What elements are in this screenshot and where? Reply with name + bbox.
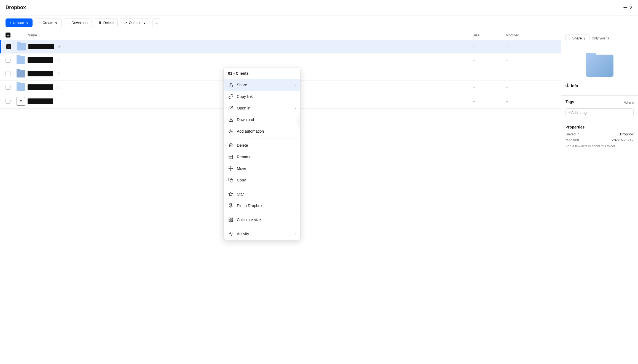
tags-section: Tags Who c	[561, 96, 638, 121]
ctx-label-download: Download	[237, 117, 296, 122]
saved-in-label: Saved in	[565, 132, 580, 136]
create-dropdown-icon: ∨	[55, 21, 58, 25]
file-icon-5: ⚙	[17, 97, 25, 106]
ctx-label-delete: Delete	[237, 143, 296, 148]
sort-icon[interactable]: ↑	[38, 33, 40, 37]
row-checkbox-5[interactable]	[6, 99, 10, 104]
svg-rect-15	[229, 220, 230, 222]
upload-button[interactable]: ↑ Upload ∨	[6, 18, 33, 27]
folder-icon-2	[17, 56, 25, 64]
file-name-cell-1: ★	[28, 44, 473, 49]
modified-label: Modified	[565, 138, 579, 142]
ctx-label-copy: Copy	[237, 178, 296, 182]
share-button[interactable]: ↑ Share ∨	[565, 34, 589, 42]
star-ctx-icon	[228, 191, 234, 197]
create-button[interactable]: + Create ∨	[35, 18, 62, 27]
svg-point-3	[230, 131, 232, 132]
ctx-item-calculate-size[interactable]: Calculate size	[224, 214, 300, 226]
row-checkbox-1[interactable]	[6, 44, 11, 49]
menu-icon[interactable]: ☰ ∨	[623, 5, 632, 11]
file-modified-4: --	[506, 85, 555, 89]
table-row[interactable]: ★ -- --	[0, 40, 561, 53]
toolbar: ↑ Upload ∨ + Create ∨ ↓ Download 🗑 Delet…	[0, 15, 638, 30]
table-row[interactable]: ☆ -- --	[0, 53, 561, 67]
ctx-item-move[interactable]: Move	[224, 163, 300, 174]
file-size-5: --	[473, 99, 506, 103]
file-name-2	[28, 57, 53, 63]
share-icon	[228, 82, 234, 88]
add-details-text: Add a few details about this folder	[565, 144, 634, 148]
ctx-arrow-share: ›	[295, 83, 296, 87]
file-name-5	[28, 98, 53, 104]
ctx-item-delete[interactable]: Delete	[224, 140, 300, 151]
sidebar-top: ↑ Share ∨ Only you ha	[561, 30, 638, 49]
select-all-checkbox[interactable]	[6, 33, 10, 38]
info-section: ⓘ Info	[561, 79, 638, 96]
folder-icon-3	[17, 70, 25, 77]
ctx-label-activity: Activity	[237, 232, 291, 236]
open-in-button[interactable]: ↗ Open in ∨	[120, 18, 150, 27]
share-btn-icon: ↑	[569, 36, 571, 40]
file-modified-5: --	[506, 99, 555, 103]
folder-icon-4	[17, 83, 25, 91]
row-checkbox-3[interactable]	[6, 71, 10, 76]
ctx-item-star[interactable]: Star	[224, 188, 300, 200]
ctx-divider-1	[224, 138, 300, 138]
ctx-item-activity[interactable]: Activity ›	[224, 228, 300, 240]
ctx-item-add-automation[interactable]: Add automation	[224, 125, 300, 137]
sidebar-share-row: ↑ Share ∨ Only you ha	[565, 34, 634, 42]
open-icon: ↗	[124, 21, 127, 25]
file-size-2: --	[473, 58, 506, 62]
sidebar-folder-preview	[561, 49, 638, 79]
file-size-3: --	[473, 71, 506, 76]
ctx-label-pin: Pin to Dropbox	[237, 204, 296, 208]
row-checkbox-2[interactable]	[6, 58, 10, 63]
app-header: Dropbox ☰ ∨	[0, 0, 638, 15]
ctx-item-open-in[interactable]: Open in › 🌐 Open in new tab	[224, 102, 300, 114]
tag-input[interactable]	[565, 108, 634, 117]
modified-column-header: Modified	[506, 33, 555, 37]
link-icon	[228, 94, 234, 99]
ctx-item-share[interactable]: Share ›	[224, 79, 300, 91]
app-title: Dropbox	[6, 5, 623, 10]
ctx-label-rename: Rename	[237, 155, 296, 159]
download-ctx-icon	[228, 117, 234, 122]
ctx-label-copy-link: Copy link	[237, 94, 296, 99]
star-icon-4[interactable]: ☆	[57, 85, 60, 90]
context-menu: 01 - Clients Share › Copy link	[223, 68, 301, 240]
properties-section: Properties Saved in Dropbox Modified 2/4…	[561, 121, 638, 152]
svg-marker-10	[229, 192, 233, 196]
svg-rect-9	[230, 180, 233, 182]
ctx-label-calculate-size: Calculate size	[237, 218, 296, 222]
ctx-item-download[interactable]: Download	[224, 114, 300, 125]
ctx-label-move: Move	[237, 166, 296, 171]
delete-button[interactable]: 🗑 Delete	[94, 18, 118, 27]
star-icon-2[interactable]: ☆	[57, 58, 60, 63]
copy-ctx-icon	[228, 177, 234, 183]
star-icon-1[interactable]: ★	[57, 44, 61, 49]
row-checkbox-4[interactable]	[6, 85, 10, 90]
name-column-header: Name ↑	[28, 33, 473, 37]
large-folder-icon	[586, 55, 613, 77]
star-icon-3[interactable]: ☆	[57, 71, 60, 76]
prop-saved-in: Saved in Dropbox	[565, 132, 634, 136]
ctx-arrow-activity: ›	[295, 232, 296, 236]
share-dropdown-icon: ∨	[583, 36, 586, 40]
svg-rect-14	[231, 220, 233, 222]
ctx-item-rename[interactable]: Rename	[224, 151, 300, 163]
open-in-dropdown-icon: ∨	[143, 21, 146, 25]
file-list-header: Name ↑ Size Modified	[0, 30, 561, 40]
move-icon	[228, 166, 234, 171]
svg-line-1	[230, 106, 233, 108]
more-button[interactable]: ...	[152, 18, 161, 27]
ctx-label-share: Share	[237, 83, 291, 87]
context-menu-header: 01 - Clients	[224, 68, 300, 79]
download-button[interactable]: ↓ Download	[64, 18, 92, 27]
file-modified-2: --	[506, 58, 555, 62]
ctx-label-star: Star	[237, 192, 296, 196]
ctx-item-pin[interactable]: Pin to Dropbox	[224, 200, 300, 212]
ctx-item-copy[interactable]: Copy	[224, 174, 300, 186]
tags-title: Tags	[565, 100, 574, 104]
size-column-header: Size	[473, 33, 506, 37]
ctx-item-copy-link[interactable]: Copy link	[224, 91, 300, 102]
